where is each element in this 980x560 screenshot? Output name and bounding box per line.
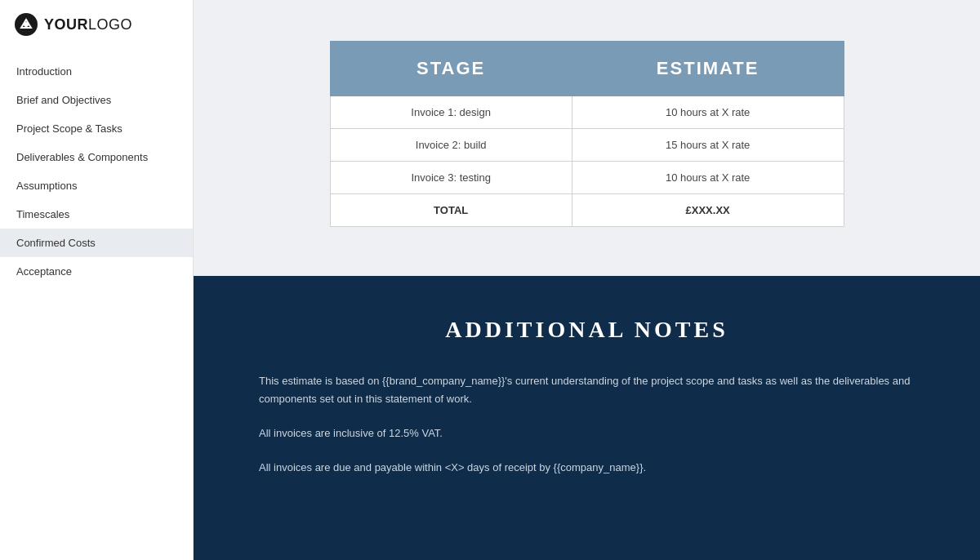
- sidebar-item[interactable]: Brief and Objectives: [0, 86, 193, 114]
- additional-notes-heading: ADDITIONAL NOTES: [259, 317, 915, 343]
- top-section: STAGE ESTIMATE Invoice 1: design10 hours…: [194, 0, 980, 276]
- table-row: Invoice 1: design10 hours at X rate: [330, 96, 844, 129]
- table-cell-estimate: 10 hours at X rate: [572, 96, 844, 129]
- logo-icon: [15, 13, 38, 36]
- table-cell-stage: Invoice 1: design: [330, 96, 572, 129]
- sidebar-item[interactable]: Deliverables & Components: [0, 143, 193, 171]
- additional-notes-para1: This estimate is based on {{brand_compan…: [259, 372, 915, 408]
- sidebar-item[interactable]: Assumptions: [0, 171, 193, 200]
- table-cell-stage: Invoice 2: build: [330, 129, 572, 162]
- additional-notes-para2: All invoices are inclusive of 12.5% VAT.: [259, 424, 915, 442]
- logo-text: YOURLOGO: [44, 16, 132, 33]
- logo-area: YOURLOGO: [0, 0, 193, 49]
- col-stage-header: STAGE: [330, 42, 572, 96]
- sidebar-item[interactable]: Introduction: [0, 57, 193, 86]
- table-cell-estimate: £XXX.XX: [572, 194, 844, 227]
- table-cell-stage: Invoice 3: testing: [330, 162, 572, 194]
- svg-point-1: [24, 22, 29, 27]
- sidebar: YOURLOGO IntroductionBrief and Objective…: [0, 0, 194, 560]
- main-content: STAGE ESTIMATE Invoice 1: design10 hours…: [194, 0, 980, 560]
- table-row: TOTAL£XXX.XX: [330, 194, 844, 227]
- table-cell-estimate: 10 hours at X rate: [572, 162, 844, 194]
- sidebar-item[interactable]: Timescales: [0, 200, 193, 229]
- sidebar-item[interactable]: Acceptance: [0, 257, 193, 286]
- table-row: Invoice 3: testing10 hours at X rate: [330, 162, 844, 194]
- table-row: Invoice 2: build15 hours at X rate: [330, 129, 844, 162]
- sidebar-item[interactable]: Project Scope & Tasks: [0, 114, 193, 143]
- additional-notes-para3: All invoices are due and payable within …: [259, 459, 915, 477]
- estimate-table: STAGE ESTIMATE Invoice 1: design10 hours…: [330, 41, 844, 227]
- nav-menu: IntroductionBrief and ObjectivesProject …: [0, 49, 193, 294]
- col-estimate-header: ESTIMATE: [572, 42, 844, 96]
- sidebar-item[interactable]: Confirmed Costs: [0, 229, 193, 257]
- additional-notes-section: ADDITIONAL NOTES This estimate is based …: [194, 276, 980, 560]
- table-cell-stage: TOTAL: [330, 194, 572, 227]
- table-cell-estimate: 15 hours at X rate: [572, 129, 844, 162]
